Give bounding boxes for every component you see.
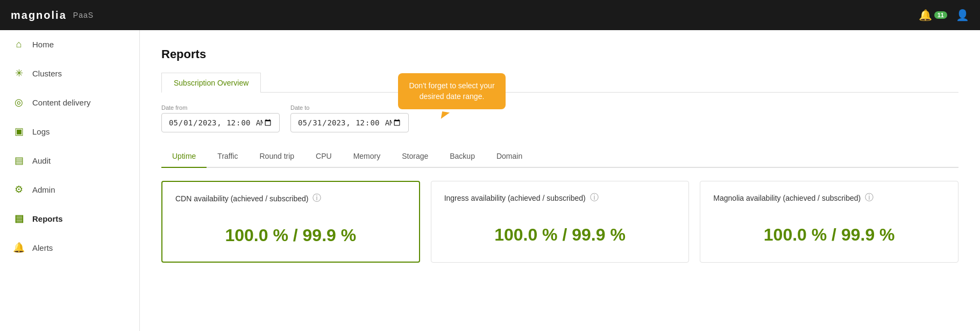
card-value-ingress: 100.0 % / 99.9 % [444,214,676,250]
audit-icon: ▤ [13,154,25,166]
reports-icon: ▤ [13,213,25,224]
bell-icon: 🔔 [919,9,932,22]
date-to-field: Date to [290,104,409,132]
sidebar-item-content-delivery[interactable]: ◎ Content delivery [0,88,139,117]
topnav-actions: 🔔 11 👤 [919,9,969,22]
sidebar-label-admin: Admin [32,185,55,194]
main-layout: ⌂ Home ✳ Clusters ◎ Content delivery ▣ L… [0,30,980,331]
metric-tab-memory[interactable]: Memory [343,145,392,168]
date-from-input-wrapper[interactable] [161,113,280,132]
top-navbar: magnolia PaaS 🔔 11 👤 [0,0,980,30]
date-to-label: Date to [290,104,409,111]
date-to-input[interactable] [297,118,402,128]
clusters-icon: ✳ [13,67,25,79]
admin-icon: ⚙ [13,184,25,195]
content-delivery-icon: ◎ [13,96,25,108]
sidebar-item-reports[interactable]: ▤ Reports [0,204,139,233]
card-title-ingress: Ingress availability (achieved / subscri… [444,192,676,203]
metric-tab-traffic[interactable]: Traffic [207,145,248,168]
app-logo: magnolia PaaS [11,9,94,22]
info-icon-magnolia[interactable]: ⓘ [865,192,874,203]
metric-tab-roundtrip[interactable]: Round trip [248,145,305,168]
metric-tabs: UptimeTrafficRound tripCPUMemoryStorageB… [161,145,958,168]
card-cdn: CDN availability (achieved / subscribed)… [161,181,420,263]
tooltip-container: Don't forget to select your desired date… [398,73,506,109]
cards-row: CDN availability (achieved / subscribed)… [161,181,958,263]
home-icon: ⌂ [13,39,25,50]
metric-tab-domain[interactable]: Domain [486,145,533,168]
sidebar: ⌂ Home ✳ Clusters ◎ Content delivery ▣ L… [0,30,140,331]
user-icon: 👤 [956,9,969,21]
sidebar-item-alerts[interactable]: 🔔 Alerts [0,233,139,262]
user-profile-button[interactable]: 👤 [956,9,969,22]
date-range-row: Date from Date to [161,104,958,132]
card-title-cdn: CDN availability (achieved / subscribed)… [175,193,406,204]
sidebar-label-reports: Reports [32,214,63,223]
sidebar-item-clusters[interactable]: ✳ Clusters [0,59,139,88]
info-icon-ingress[interactable]: ⓘ [590,192,599,203]
sidebar-item-audit[interactable]: ▤ Audit [0,146,139,175]
date-from-label: Date from [161,104,280,111]
sidebar-item-logs[interactable]: ▣ Logs [0,117,139,146]
sidebar-label-alerts: Alerts [32,243,53,252]
date-from-field: Date from [161,104,280,132]
metric-tab-cpu[interactable]: CPU [305,145,343,168]
card-magnolia: Magnolia availability (achieved / subscr… [700,181,958,263]
card-value-magnolia: 100.0 % / 99.9 % [713,214,945,250]
date-range-tooltip: Don't forget to select your desired date… [398,73,506,109]
card-ingress: Ingress availability (achieved / subscri… [431,181,690,263]
metric-tab-storage[interactable]: Storage [391,145,439,168]
alerts-icon: 🔔 [13,242,25,253]
main-content: Reports Subscription Overview Don't forg… [140,30,980,331]
sidebar-label-clusters: Clusters [32,69,62,78]
notification-button[interactable]: 🔔 11 [919,9,947,22]
card-value-cdn: 100.0 % / 99.9 % [175,215,406,251]
notification-badge: 11 [934,11,947,19]
page-title: Reports [161,47,958,61]
sidebar-item-home[interactable]: ⌂ Home [0,30,139,59]
sidebar-label-audit: Audit [32,156,51,165]
date-from-input[interactable] [168,118,273,128]
date-to-input-wrapper[interactable] [290,113,409,132]
sidebar-item-admin[interactable]: ⚙ Admin [0,175,139,204]
sidebar-label-home: Home [32,40,54,49]
tab-bar: Subscription Overview [161,72,958,93]
sidebar-label-logs: Logs [32,127,50,136]
tab-subscription-overview[interactable]: Subscription Overview [161,73,261,93]
info-icon-cdn[interactable]: ⓘ [313,193,321,204]
logo-text: magnolia [11,9,67,22]
metric-tab-backup[interactable]: Backup [439,145,486,168]
metric-tab-uptime[interactable]: Uptime [161,145,207,168]
sidebar-label-content-delivery: Content delivery [32,98,90,107]
product-label: PaaS [73,11,94,19]
logs-icon: ▣ [13,125,25,137]
card-title-magnolia: Magnolia availability (achieved / subscr… [713,192,945,203]
